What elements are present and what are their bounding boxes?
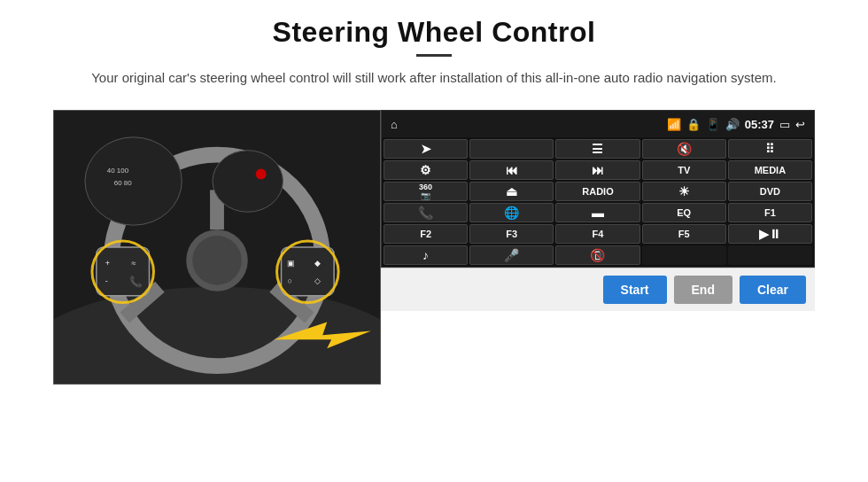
lock-icon: 🔒	[686, 118, 701, 131]
title-section: Steering Wheel Control Your original car…	[91, 16, 777, 101]
page-subtitle: Your original car's steering wheel contr…	[91, 67, 777, 89]
svg-text:▣: ▣	[287, 259, 295, 268]
display-icon: ▬	[592, 206, 604, 220]
playpause-button[interactable]: ▶⏸	[728, 224, 812, 244]
f5-button[interactable]: F5	[642, 224, 726, 244]
empty-cell-2	[728, 245, 812, 265]
empty-cell-1	[642, 245, 726, 265]
bottom-bar: Start End Clear	[381, 268, 815, 311]
bluetooth-icon: 🔊	[725, 118, 740, 131]
phone-icon: 📞	[418, 206, 433, 220]
home-icon: ⌂	[391, 118, 398, 131]
apps-button[interactable]: ⠿	[728, 139, 812, 159]
settings-button[interactable]: ⚙	[384, 160, 468, 180]
status-bar-right: 📶 🔒 📱 🔊 05:37 ▭ ↩	[667, 118, 805, 131]
clear-button[interactable]: Clear	[740, 276, 806, 304]
button-grid: ➤ ☰ 🔇 ⠿ ⚙ ⏮ ⏭ TV MEDIA 360📷 ⏏ RADIO ☀	[382, 137, 814, 267]
page-wrapper: Steering Wheel Control Your original car…	[0, 0, 868, 482]
settings-icon: ⚙	[420, 163, 431, 177]
svg-text:📞: 📞	[129, 275, 143, 288]
end-button[interactable]: End	[674, 276, 732, 304]
steering-wheel-image: + ≈ - 📞 ▣ ◆ ○ ◇	[53, 110, 381, 385]
f1-button[interactable]: F1	[728, 203, 812, 222]
sim-icon: 📱	[706, 118, 720, 131]
tv-button[interactable]: TV	[642, 160, 726, 180]
status-bar-left: ⌂	[391, 118, 398, 131]
prev-icon: ⏮	[506, 163, 518, 177]
mic-button[interactable]: 🎤	[469, 245, 554, 265]
next-icon: ⏭	[592, 163, 604, 177]
phone-button[interactable]: 📞	[384, 203, 468, 222]
eject-button[interactable]: ⏏	[469, 182, 554, 201]
f2-button[interactable]: F2	[384, 224, 468, 244]
cast-icon: ▭	[779, 118, 790, 131]
apps-icon: ⠿	[765, 142, 774, 156]
svg-text:+: +	[105, 259, 110, 268]
display-button[interactable]: ▬	[555, 203, 639, 222]
browser-icon: 🌐	[504, 206, 519, 220]
f4-button[interactable]: F4	[555, 224, 639, 244]
playpause-icon: ▶⏸	[759, 227, 781, 241]
svg-rect-13	[282, 247, 335, 296]
brightness-button[interactable]: ☀	[642, 182, 726, 201]
control-panel: ⌂ 📶 🔒 📱 🔊 05:37 ▭ ↩ ➤	[381, 110, 815, 268]
media-button[interactable]: MEDIA	[728, 160, 812, 180]
music-icon: ♪	[422, 248, 429, 262]
svg-text:60  80: 60 80	[114, 179, 132, 187]
back-icon: ↩	[795, 118, 805, 131]
svg-text:-: -	[105, 276, 108, 285]
hangup-button[interactable]: 📵	[555, 245, 639, 265]
svg-point-25	[256, 169, 267, 180]
start-button[interactable]: Start	[603, 276, 667, 304]
brightness-icon: ☀	[678, 184, 690, 198]
wifi-icon: 📶	[667, 118, 681, 131]
mute-icon: 🔇	[677, 142, 692, 156]
navigate-icon: ➤	[421, 142, 431, 156]
svg-rect-8	[97, 247, 150, 296]
svg-text:◇: ◇	[314, 276, 321, 285]
hangup-icon: 📵	[590, 248, 605, 262]
svg-text:40      100: 40 100	[107, 167, 129, 175]
f3-button[interactable]: F3	[469, 224, 554, 244]
mode-button[interactable]	[469, 139, 554, 159]
browser-button[interactable]: 🌐	[469, 203, 554, 222]
dvd-button[interactable]: DVD	[728, 182, 812, 201]
page-title: Steering Wheel Control	[91, 16, 777, 49]
svg-point-21	[85, 137, 182, 225]
prev-button[interactable]: ⏮	[469, 160, 554, 180]
mute-button[interactable]: 🔇	[642, 139, 726, 159]
svg-text:◆: ◆	[314, 259, 321, 268]
svg-text:≈: ≈	[132, 259, 136, 268]
content-row: + ≈ - 📞 ▣ ◆ ○ ◇	[53, 110, 815, 385]
right-section: ⌂ 📶 🔒 📱 🔊 05:37 ▭ ↩ ➤	[381, 110, 815, 311]
eq-button[interactable]: EQ	[642, 203, 726, 222]
list-icon: ☰	[592, 142, 603, 156]
list-button[interactable]: ☰	[555, 139, 639, 159]
nav-button[interactable]: ➤	[384, 139, 468, 159]
next-button[interactable]: ⏭	[555, 160, 639, 180]
svg-text:○: ○	[287, 276, 291, 285]
title-divider	[416, 54, 452, 57]
svg-point-4	[192, 236, 242, 285]
music-button[interactable]: ♪	[384, 245, 468, 265]
radio-button[interactable]: RADIO	[555, 182, 639, 201]
camera360-button[interactable]: 360📷	[384, 182, 468, 201]
eject-icon: ⏏	[506, 184, 517, 198]
status-time: 05:37	[745, 118, 774, 131]
svg-point-24	[213, 151, 283, 213]
mic-icon: 🎤	[504, 248, 519, 262]
status-bar: ⌂ 📶 🔒 📱 🔊 05:37 ▭ ↩	[382, 111, 814, 137]
